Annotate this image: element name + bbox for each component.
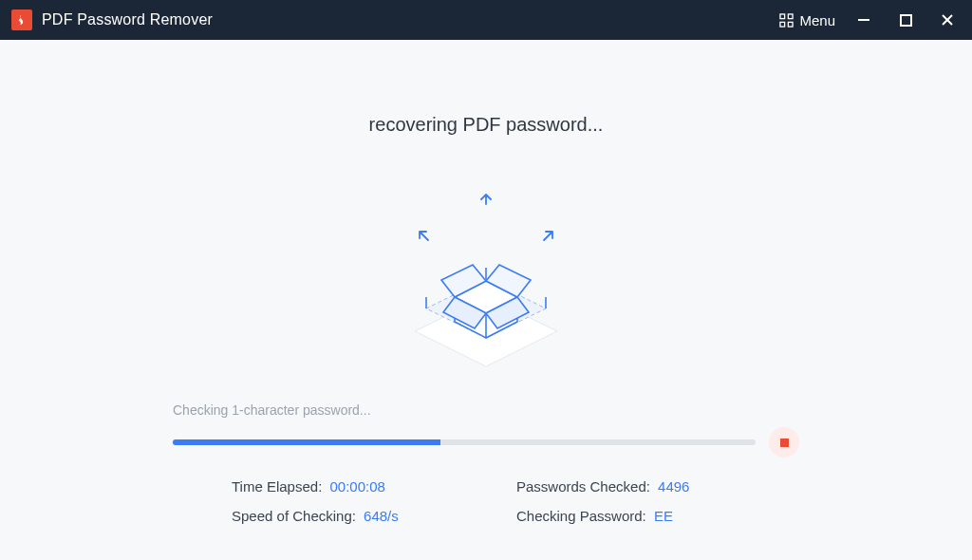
content-area: recovering PDF password... xyxy=(0,40,972,560)
arrow-up-icon xyxy=(478,191,494,206)
app-logo-icon xyxy=(11,9,32,30)
arrow-up-left-icon xyxy=(415,227,432,244)
stat-passwords-checked: Passwords Checked: 4496 xyxy=(516,478,792,495)
svg-rect-3 xyxy=(789,22,794,27)
time-elapsed-label: Time Elapsed: xyxy=(232,478,322,495)
stop-icon xyxy=(780,439,789,447)
close-icon xyxy=(941,13,954,27)
stats-grid: Time Elapsed: 00:00:08 Passwords Checked… xyxy=(173,478,799,524)
passwords-checked-value: 4496 xyxy=(658,478,689,495)
maximize-icon xyxy=(900,14,912,27)
progress-section: Checking 1-character password... Time El… xyxy=(173,402,799,524)
progress-status-text: Checking 1-character password... xyxy=(173,402,799,418)
close-button[interactable] xyxy=(940,12,955,28)
svg-rect-0 xyxy=(780,13,785,18)
app-window: PDF Password Remover Menu recovering PD xyxy=(0,0,972,560)
svg-rect-2 xyxy=(780,22,785,27)
titlebar: PDF Password Remover Menu xyxy=(0,0,972,40)
speed-label: Speed of Checking: xyxy=(232,508,356,524)
passwords-checked-label: Passwords Checked: xyxy=(516,478,650,495)
progress-bar xyxy=(173,439,756,445)
menu-button[interactable]: Menu xyxy=(779,12,835,28)
app-title: PDF Password Remover xyxy=(42,11,213,28)
time-elapsed-value: 00:00:08 xyxy=(330,478,385,495)
svg-rect-1 xyxy=(789,13,794,18)
progress-bar-fill xyxy=(173,439,440,445)
minimize-icon xyxy=(857,13,870,27)
status-heading: recovering PDF password... xyxy=(369,114,604,136)
current-password-label: Checking Password: xyxy=(516,508,646,524)
unpacking-illustration xyxy=(386,191,586,366)
stat-speed: Speed of Checking: 648/s xyxy=(232,508,507,524)
svg-rect-5 xyxy=(901,15,911,26)
minimize-button[interactable] xyxy=(856,12,871,28)
stop-button[interactable] xyxy=(769,427,799,457)
current-password-value: EE xyxy=(654,508,673,524)
arrow-up-right-icon xyxy=(540,227,557,244)
maximize-button[interactable] xyxy=(898,12,913,28)
grid-icon xyxy=(779,13,794,28)
box-icon xyxy=(386,191,586,366)
menu-label: Menu xyxy=(799,12,835,28)
stat-current-password: Checking Password: EE xyxy=(516,508,792,524)
stat-time-elapsed: Time Elapsed: 00:00:08 xyxy=(232,478,507,495)
speed-value: 648/s xyxy=(364,508,399,524)
